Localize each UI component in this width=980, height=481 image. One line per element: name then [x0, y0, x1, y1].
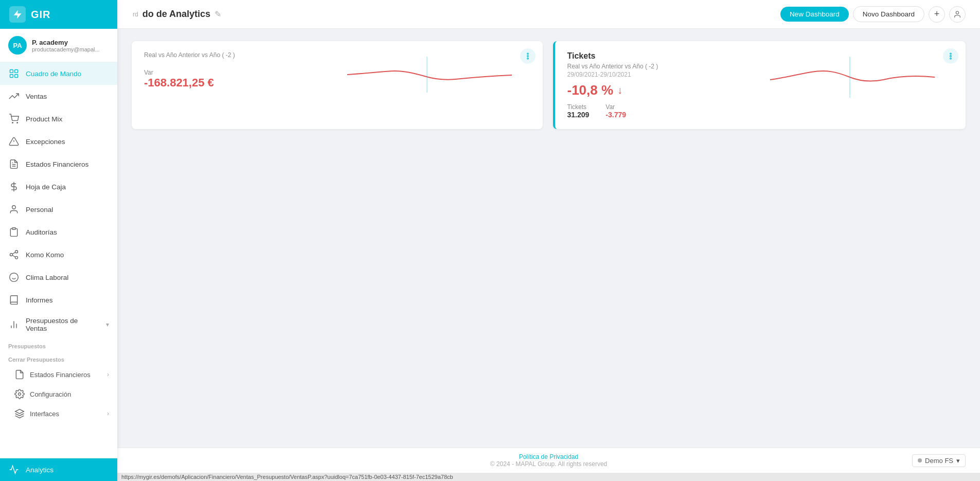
sidebar: GIR PA P. academy productacademy@mapal..… [0, 0, 117, 481]
sidebar-item-analytics[interactable]: Analytics [0, 458, 117, 481]
svg-rect-2 [10, 75, 13, 78]
add-tab-button[interactable]: + [929, 6, 945, 23]
svg-line-16 [12, 255, 15, 257]
user-section: PA P. academy productacademy@mapal... [0, 29, 117, 62]
activity-icon [8, 464, 20, 475]
sidebar-sub-estados-financieros[interactable]: Estados Financieros › [0, 365, 117, 384]
metric-tickets: Tickets 31.209 [567, 103, 590, 119]
tab-new-dashboard[interactable]: New Dashboard [780, 7, 849, 22]
sidebar-item-estados-financieros[interactable]: Estados Financieros [0, 153, 117, 175]
edit-icon[interactable]: ✎ [215, 9, 221, 19]
avatar: PA [8, 36, 27, 55]
sidebar-item-excepciones[interactable]: Excepciones [0, 130, 117, 153]
user-icon [8, 204, 20, 215]
sidebar-item-label: Excepciones [26, 138, 109, 146]
sidebar-item-cuadro-de-mando[interactable]: Cuadro de Mando [0, 62, 117, 85]
copyright-text: © 2024 - MAPAL Group. All rights reserve… [490, 460, 608, 468]
svg-point-14 [10, 254, 13, 256]
sidebar-sub-configuracion[interactable]: Configuración [0, 384, 117, 404]
svg-point-5 [17, 122, 18, 123]
settings-icon [14, 389, 25, 399]
file-text-icon [8, 158, 20, 170]
card-settings-button-2[interactable] [943, 48, 958, 64]
svg-point-31 [950, 56, 952, 57]
page-title-area: rd do de Analytics ✎ [132, 9, 221, 20]
sidebar-item-label: Personal [26, 206, 109, 213]
demo-chevron-icon: ▾ [956, 457, 960, 465]
sidebar-item-personal[interactable]: Personal [0, 198, 117, 221]
shopping-cart-icon [8, 113, 20, 124]
sidebar-sub-label: Estados Financieros [30, 371, 91, 379]
bar-chart-icon [8, 319, 20, 330]
sidebar-item-clima-laboral[interactable]: Clima Laboral [0, 266, 117, 289]
svg-point-18 [10, 273, 19, 282]
sidebar-item-label: Estados Financieros [26, 161, 109, 168]
sidebar-item-presupuestos-ventas[interactable]: Presupuestos de Ventas ▾ [0, 311, 117, 338]
sidebar-item-komo-komo[interactable]: Komo Komo [0, 243, 117, 266]
footer-right: Demo FS ▾ [912, 454, 966, 467]
sidebar-item-label: Presupuestos de Ventas [26, 317, 100, 332]
user-name: P. academy [32, 39, 100, 46]
down-arrow-icon: ↓ [617, 84, 622, 96]
card-ventas: Real vs Año Anterior vs Año ( -2 ) Var -… [132, 41, 543, 129]
logo-icon [9, 6, 26, 23]
svg-marker-25 [15, 409, 24, 414]
demo-label: Demo FS [925, 457, 953, 465]
sidebar-header: GIR [0, 0, 117, 29]
sidebar-sub-label: Configuración [30, 390, 71, 398]
chevron-right-icon2: › [107, 410, 109, 417]
sidebar-item-label: Komo Komo [26, 251, 109, 259]
svg-point-33 [950, 58, 952, 59]
sidebar-item-auditorias[interactable]: Auditorías [0, 221, 117, 243]
privacy-link[interactable]: Política de Privacidad [519, 453, 578, 460]
svg-point-29 [527, 58, 528, 59]
svg-point-11 [12, 206, 16, 209]
chevron-down-icon: ▾ [106, 321, 109, 328]
pct-value: -10,8 % [567, 82, 614, 98]
card-metrics: Tickets 31.209 Var -3.779 [567, 103, 954, 119]
tab-novo-dashboard[interactable]: Novo Dashboard [853, 6, 924, 22]
metric-value-tickets: 31.209 [567, 111, 590, 119]
svg-point-26 [956, 11, 958, 14]
trending-up-icon [8, 91, 20, 102]
demo-badge[interactable]: Demo FS ▾ [912, 454, 966, 467]
book-icon [8, 294, 20, 306]
svg-point-13 [15, 251, 18, 253]
breadcrumb: rd [133, 11, 138, 18]
svg-rect-1 [15, 70, 18, 73]
sparkline-chart-1 [347, 57, 512, 93]
section-presupuestos: Presupuestos [0, 338, 117, 351]
alert-triangle-icon [8, 136, 20, 147]
svg-point-15 [15, 256, 18, 259]
sidebar-item-product-mix[interactable]: Product Mix [0, 108, 117, 130]
file-text-sub-icon [14, 369, 25, 380]
svg-point-27 [527, 56, 528, 57]
sidebar-bottom: Analytics [0, 458, 117, 481]
page-title: do de Analytics [142, 9, 210, 20]
content-area: Real vs Año Anterior vs Año ( -2 ) Var -… [117, 29, 980, 448]
card-tickets: Tickets Real vs Año Anterior vs Año ( -2… [553, 41, 966, 129]
sidebar-sub-interfaces[interactable]: Interfaces › [0, 404, 117, 423]
svg-point-4 [12, 122, 13, 123]
card-settings-button-1[interactable] [520, 48, 536, 64]
brand-name: GIR [31, 9, 51, 21]
footer: Política de Privacidad © 2024 - MAPAL Gr… [117, 448, 980, 473]
sidebar-item-informes[interactable]: Informes [0, 289, 117, 311]
sidebar-item-hoja-de-caja[interactable]: Hoja de Caja [0, 175, 117, 198]
sidebar-item-label: Ventas [26, 93, 109, 100]
sidebar-item-label: Clima Laboral [26, 274, 109, 281]
cards-row: Real vs Año Anterior vs Año ( -2 ) Var -… [132, 41, 966, 129]
section-cerrar: Cerrar Presupuestos [0, 351, 117, 365]
svg-line-17 [12, 252, 15, 254]
svg-point-32 [950, 53, 952, 55]
clipboard-icon [8, 226, 20, 238]
chevron-right-icon: › [107, 371, 109, 378]
top-bar: rd do de Analytics ✎ New Dashboard Novo … [117, 0, 980, 29]
layers-icon [14, 408, 25, 419]
sidebar-item-ventas[interactable]: Ventas [0, 85, 117, 108]
metric-var: Var -3.779 [605, 103, 626, 119]
url-bar: https://mygir.es/demofs/Aplicacion/Finan… [117, 473, 980, 481]
dashboard-tabs: New Dashboard Novo Dashboard + [780, 6, 966, 23]
user-tab-button[interactable] [949, 6, 966, 23]
sparkline-chart-2 [770, 57, 935, 98]
